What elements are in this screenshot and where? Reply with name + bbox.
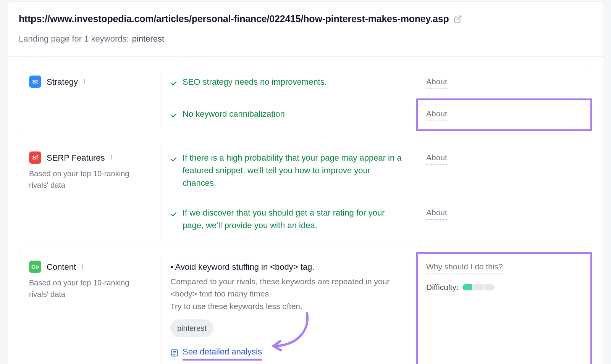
strategy-row-1-right: About	[416, 67, 592, 99]
serp-row-2-text: If we discover that you should get a sta…	[183, 206, 406, 232]
serp-row-1-msg: If there is a high probability that your…	[160, 143, 416, 198]
difficulty-seg-2	[473, 284, 484, 290]
strategy-badge: St	[29, 76, 41, 88]
landing-sub-row: Landing page for 1 keywords: pinterest	[19, 32, 592, 45]
content-right: Why should I do this? Difficulty:	[416, 252, 592, 364]
check-icon	[170, 110, 177, 122]
content-bullet-title: • Avoid keyword stuffing in <body> tag.	[170, 261, 406, 273]
url-row: https://www.investopedia.com/articles/pe…	[19, 12, 592, 26]
content-badge: Co	[29, 261, 41, 273]
check-icon	[170, 78, 177, 90]
about-link[interactable]: About	[426, 206, 447, 221]
detailed-analysis-link[interactable]: See detailed analysis	[183, 345, 262, 361]
strategy-row-2-text: No keyword cannibalization	[183, 108, 285, 120]
serp-title: SERP Features	[47, 151, 105, 164]
serp-row-2-msg: If we discover that you should get a sta…	[160, 198, 416, 240]
page-header: https://www.investopedia.com/articles/pe…	[8, 2, 603, 57]
strategy-left: St Strategy i	[19, 67, 160, 131]
serp-badge: Sf	[29, 151, 41, 164]
difficulty-seg-1	[462, 284, 474, 290]
landing-keyword: pinterest	[132, 32, 164, 45]
check-icon	[170, 154, 177, 166]
serp-row-2-right: About	[416, 198, 592, 240]
why-link[interactable]: Why should I do this?	[426, 261, 503, 275]
check-icon	[170, 209, 177, 221]
landing-label: Landing page for 1 keywords:	[19, 32, 129, 45]
external-link-icon[interactable]	[454, 15, 462, 23]
landing-url[interactable]: https://www.investopedia.com/articles/pe…	[19, 12, 449, 26]
document-icon	[170, 349, 179, 357]
difficulty-meter	[462, 284, 495, 290]
about-link[interactable]: About	[426, 151, 447, 166]
content-mid: • Avoid keyword stuffing in <body> tag. …	[160, 252, 416, 364]
difficulty-label: Difficulty:	[426, 281, 459, 293]
cards-area: St Strategy i SEO strategy needs no impr…	[8, 57, 603, 364]
serp-subtitle: Based on your top 10-ranking rivals' dat…	[29, 168, 150, 191]
content-title: Content	[47, 261, 76, 273]
difficulty-seg-3	[484, 284, 495, 290]
keyword-chip[interactable]: pinterest	[170, 319, 213, 337]
strategy-row-1-msg: SEO strategy needs no improvements.	[160, 67, 416, 99]
serp-card: Sf SERP Features i Based on your top 10-…	[19, 143, 592, 240]
info-icon[interactable]: i	[110, 152, 112, 163]
about-link[interactable]: About	[426, 108, 447, 122]
difficulty-row: Difficulty:	[426, 281, 582, 293]
serp-row-1-text: If there is a high probability that your…	[183, 151, 406, 189]
info-icon[interactable]: i	[81, 261, 84, 272]
info-icon[interactable]: i	[83, 76, 86, 87]
serp-row-1-right: About	[416, 143, 592, 198]
strategy-row-1-text: SEO strategy needs no improvements.	[183, 76, 327, 88]
strategy-title: Strategy	[47, 76, 78, 88]
content-bullet-desc-2: Try to use these keywords less often.	[170, 300, 406, 313]
content-card: Co Content i Based on your top 10-rankin…	[19, 252, 592, 364]
svg-line-0	[457, 16, 461, 20]
strategy-card: St Strategy i SEO strategy needs no impr…	[19, 67, 592, 131]
content-bullet-desc-1: Compared to your rivals, these keywords …	[170, 275, 406, 300]
serp-left: Sf SERP Features i Based on your top 10-…	[19, 143, 160, 240]
content-left: Co Content i Based on your top 10-rankin…	[19, 252, 160, 364]
strategy-row-2-msg: No keyword cannibalization	[160, 99, 416, 131]
page-panel: https://www.investopedia.com/articles/pe…	[8, 2, 603, 364]
content-subtitle: Based on your top 10-ranking rivals' dat…	[29, 277, 150, 300]
about-link[interactable]: About	[426, 76, 447, 90]
strategy-row-2-right: About	[416, 99, 592, 131]
